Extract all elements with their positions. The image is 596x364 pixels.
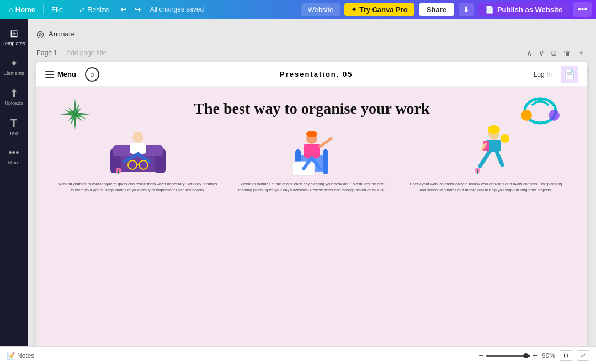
svg-line-25	[320, 138, 331, 147]
slide-nav-login: Log In	[534, 71, 552, 78]
text-label: Text	[9, 131, 19, 136]
canvas-toolbar: ◎ Animate	[36, 25, 587, 42]
sidebar-item-uploads[interactable]: ⬆ Uploads	[2, 83, 26, 110]
uploads-icon: ⬆	[10, 87, 18, 99]
svg-rect-21	[323, 149, 328, 174]
fullscreen-button[interactable]: ⤢	[577, 350, 589, 361]
page-1-up-button[interactable]: ∧	[524, 47, 534, 58]
home-button[interactable]: ⌂ Home	[4, 3, 40, 16]
page-1-slide-content: Menu ⌕ Presentation. 05 Log In 📄	[36, 62, 587, 346]
templates-label: Templates	[2, 41, 25, 46]
slide-headline: The best way to organise your work	[194, 95, 429, 117]
svg-point-23	[306, 131, 317, 137]
svg-line-33	[497, 152, 502, 165]
main-layout: ⊞ Templates ✦ Elements ⬆ Uploads T Text …	[0, 19, 596, 346]
slide-nav-menu-label: Menu	[57, 70, 76, 78]
undo-redo-group: ↩ ↪	[117, 3, 145, 16]
resize-icon: ⤢	[79, 6, 85, 14]
zoom-controls: − +	[478, 351, 538, 361]
slide-main-area: The best way to organise your work	[36, 87, 587, 206]
resize-label: Resize	[87, 6, 109, 14]
page-1-add-button[interactable]: ＋	[575, 47, 587, 59]
star-icon: ✦	[351, 6, 357, 14]
templates-icon: ⊞	[10, 28, 18, 40]
divider-1	[43, 4, 44, 14]
svg-rect-38	[477, 169, 478, 174]
topbar-right: Website ✦ Try Canva Pro Share ⬇ 📄 Publis…	[301, 2, 592, 17]
svg-point-30	[488, 125, 500, 134]
file-label: File	[51, 6, 63, 14]
svg-line-32	[480, 152, 489, 166]
svg-rect-24	[304, 144, 320, 158]
page-1-slide-wrapper: ↺ Menu	[36, 62, 587, 346]
left-sidebar: ⊞ Templates ✦ Elements ⬆ Uploads T Text …	[0, 19, 28, 346]
sidebar-item-text[interactable]: T Text	[2, 113, 26, 141]
svg-point-10	[132, 132, 143, 143]
page-1-slide[interactable]: Menu ⌕ Presentation. 05 Log In 📄	[36, 62, 587, 346]
more-label: More	[8, 160, 20, 165]
more-options-button[interactable]: •••	[573, 2, 592, 17]
file-button[interactable]: File	[47, 3, 67, 16]
slide-col-3-text: Check your work calendar daily to review…	[402, 179, 570, 195]
slide-nav-doc-icon: 📄	[561, 66, 578, 83]
animate-label: Animate	[49, 30, 75, 38]
page-1-delete-button[interactable]: 🗑	[561, 47, 573, 58]
bottom-bar: 📝 Notes − + 90% ⊡ ⤢	[0, 346, 596, 364]
try-canva-button[interactable]: ✦ Try Canva Pro	[344, 3, 414, 16]
notes-button[interactable]: 📝 Notes	[7, 352, 34, 360]
page-1-label: Page 1	[36, 49, 57, 57]
notes-label: Notes	[17, 352, 34, 360]
publish-label: Publish as Website	[497, 6, 562, 14]
page-1-header-right: ∧ ∨ ⧉ 🗑 ＋	[524, 47, 587, 59]
slide-navbar: Menu ⌕ Presentation. 05 Log In 📄	[36, 62, 587, 87]
animate-icon: ◎	[36, 29, 44, 39]
resize-button[interactable]: ⤢ Resize	[74, 3, 114, 16]
slide-col-3: Check your work calendar daily to review…	[402, 122, 570, 195]
sidebar-item-more[interactable]: ••• More	[2, 143, 26, 170]
page-1-header-left: Page 1 - Add page title	[36, 49, 107, 57]
divider-2	[71, 4, 71, 14]
svg-point-5	[549, 110, 560, 121]
website-button[interactable]: Website	[301, 3, 340, 16]
topbar: ⌂ Home File ⤢ Resize ↩ ↪ All changes sav…	[0, 0, 596, 19]
zoom-slider[interactable]	[486, 355, 530, 357]
sidebar-item-templates[interactable]: ⊞ Templates	[2, 23, 26, 51]
slide-nav-menu: Menu	[45, 70, 76, 78]
slide-three-columns: Remind yourself of your long-term goals …	[45, 117, 578, 197]
zoom-minus[interactable]: −	[478, 351, 483, 361]
try-canva-label: Try Canva Pro	[359, 6, 407, 14]
page-1-down-button[interactable]: ∨	[536, 47, 546, 58]
share-button[interactable]: Share	[419, 3, 454, 16]
home-icon: ⌂	[9, 6, 13, 14]
slide-col-1-text: Remind yourself of your long-term goals …	[54, 179, 221, 195]
starburst-decoration	[58, 98, 92, 131]
headphones-decoration	[521, 94, 560, 132]
redo-button[interactable]: ↪	[131, 3, 145, 16]
topbar-left: ⌂ Home File ⤢ Resize ↩ ↪ All changes sav…	[4, 3, 204, 16]
zoom-plus[interactable]: +	[533, 351, 538, 361]
svg-point-36	[501, 134, 509, 143]
fit-view-button[interactable]: ⊡	[560, 350, 572, 361]
publish-button[interactable]: 📄 Publish as Website	[478, 3, 569, 16]
download-button[interactable]: ⬇	[459, 3, 474, 16]
publish-icon: 📄	[485, 6, 494, 14]
sidebar-item-elements[interactable]: ✦ Elements	[2, 53, 26, 81]
svg-point-4	[521, 110, 532, 121]
page-1-separator: -	[61, 49, 63, 57]
undo-button[interactable]: ↩	[117, 3, 130, 16]
elements-label: Elements	[3, 71, 24, 76]
svg-rect-15	[118, 169, 119, 174]
uploads-label: Uploads	[4, 100, 23, 106]
page-1-header: Page 1 - Add page title ∧ ∨ ⧉ 🗑 ＋	[36, 42, 587, 62]
page-1-section: Page 1 - Add page title ∧ ∨ ⧉ 🗑 ＋ ↺	[36, 42, 587, 346]
slide-nav-title: Presentation. 05	[108, 70, 525, 78]
slide-col-2-text: Spend 15 minutes at the end of each day …	[228, 179, 395, 195]
page-1-copy-button[interactable]: ⧉	[549, 47, 558, 59]
illustration-2	[228, 122, 395, 177]
bottom-right: − + 90% ⊡ ⤢	[478, 350, 589, 361]
notes-icon: 📝	[7, 352, 15, 360]
home-label: Home	[15, 6, 35, 14]
canvas-area: ◎ Animate Page 1 - Add page title ∧ ∨ ⧉ …	[28, 19, 596, 346]
more-icon: •••	[9, 147, 19, 159]
page-1-add-title[interactable]: Add page title	[66, 49, 107, 57]
